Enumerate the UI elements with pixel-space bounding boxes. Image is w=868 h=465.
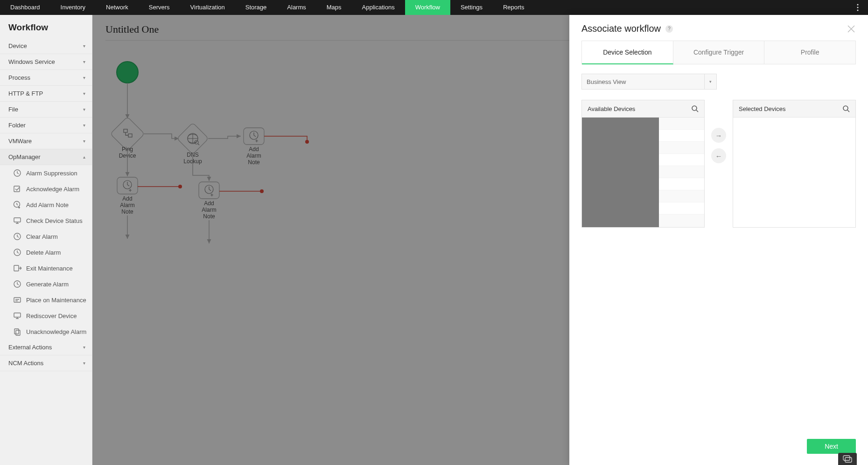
svg-point-2 <box>857 10 859 11</box>
top-nav: Dashboard Inventory Network Servers Virt… <box>0 0 868 15</box>
nav-dashboard[interactable]: Dashboard <box>0 0 50 15</box>
nav-reports[interactable]: Reports <box>493 0 535 15</box>
nav-storage[interactable]: Storage <box>235 0 277 15</box>
nav-inventory[interactable]: Inventory <box>50 0 96 15</box>
nav-network[interactable]: Network <box>96 0 139 15</box>
more-menu-button[interactable] <box>852 0 863 15</box>
svg-point-1 <box>857 7 859 8</box>
nav-servers[interactable]: Servers <box>139 0 180 15</box>
nav-alarms[interactable]: Alarms <box>277 0 316 15</box>
nav-settings[interactable]: Settings <box>450 0 493 15</box>
nav-workflow[interactable]: Workflow <box>405 0 450 15</box>
svg-point-0 <box>857 4 859 6</box>
more-vertical-icon <box>857 4 859 11</box>
nav-maps[interactable]: Maps <box>316 0 352 15</box>
nav-virtualization[interactable]: Virtualization <box>180 0 235 15</box>
nav-applications[interactable]: Applications <box>352 0 405 15</box>
